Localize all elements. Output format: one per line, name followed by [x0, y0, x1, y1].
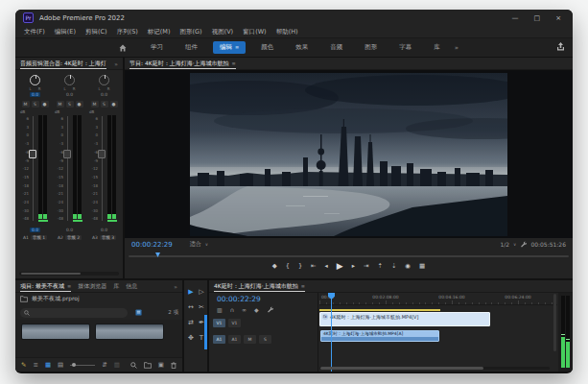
- new-item-button[interactable]: ▣: [158, 361, 164, 369]
- workspace-tab-menu-icon[interactable]: ≡: [235, 44, 239, 50]
- panel-menu-icon[interactable]: ≡: [301, 283, 305, 289]
- tab-editing[interactable]: 编辑≡: [213, 41, 246, 54]
- tab-captions[interactable]: 字幕: [392, 41, 418, 54]
- tab-program-monitor[interactable]: 节目: 4K延时：上海灯海·上海城市航拍 ≡: [129, 58, 236, 69]
- insert-overwrite-settings-button[interactable]: ▥: [217, 306, 223, 313]
- tab-timeline-sequence[interactable]: 4K延时：上海灯海·上海城市航拍 ≡: [214, 280, 305, 292]
- step-back-button[interactable]: ◂: [325, 262, 328, 270]
- fader-handle[interactable]: [63, 150, 71, 158]
- export-frame-button[interactable]: ◉: [405, 262, 411, 270]
- mark-out-button[interactable]: }: [298, 262, 302, 270]
- step-forward-button[interactable]: ▸: [352, 262, 355, 270]
- clear-button[interactable]: [171, 362, 176, 369]
- tab-effects[interactable]: 效果: [289, 41, 315, 54]
- find-button[interactable]: [130, 362, 137, 369]
- menu-sequence[interactable]: 序列(S): [117, 28, 138, 36]
- video-clip[interactable]: fx 4K延时：上海灯海·上海城市航拍.MP4[V]: [319, 312, 490, 326]
- play-button[interactable]: ▶: [337, 261, 343, 271]
- tab-audio-clip-mixer[interactable]: 音频剪辑混合器: 4K延时：上海灯: [20, 58, 106, 69]
- timeline-ruler[interactable]: 00:0000:02:08:0000:04:16:0000:06:24:0000…: [319, 293, 557, 305]
- source-a1-button[interactable]: A1: [213, 335, 225, 344]
- project-item-thumbnail[interactable]: [95, 324, 164, 340]
- timeline-current-time[interactable]: 00:00:22:29: [217, 295, 261, 303]
- pan-knob[interactable]: [64, 75, 75, 85]
- menu-edit[interactable]: 编辑(E): [55, 28, 76, 36]
- type-tool[interactable]: T: [200, 334, 203, 342]
- program-current-time[interactable]: 00:00:22:29: [131, 241, 173, 249]
- maximize-button[interactable]: □: [534, 14, 541, 22]
- quick-export-icon[interactable]: [556, 42, 565, 52]
- pan-value[interactable]: 0.0: [99, 92, 109, 97]
- program-settings-wrench-icon[interactable]: [520, 241, 527, 248]
- fader-handle[interactable]: [98, 150, 106, 158]
- add-marker-button[interactable]: ◆: [254, 306, 259, 313]
- filter-bin-content-icon[interactable]: [135, 309, 142, 316]
- ripple-edit-tool[interactable]: ↔: [188, 303, 194, 311]
- freeform-view-button[interactable]: ▤: [58, 361, 63, 369]
- close-button[interactable]: ×: [555, 14, 561, 22]
- pan-value[interactable]: 0.0: [64, 92, 75, 97]
- solo-track-button[interactable]: S: [259, 335, 271, 344]
- pan-value[interactable]: 0.0: [30, 92, 40, 97]
- mixer-horizontal-scrollbar[interactable]: [19, 272, 119, 276]
- tab-media-browser[interactable]: 媒体浏览器: [78, 280, 106, 292]
- menu-view[interactable]: 视图(V): [212, 28, 234, 36]
- solo-button[interactable]: S: [101, 101, 108, 108]
- slip-tool[interactable]: ⇄: [188, 319, 194, 326]
- tab-project[interactable]: 项目: 最美不夜城≡: [20, 280, 71, 292]
- volume-value[interactable]: 0.0: [30, 228, 40, 232]
- go-to-out-button[interactable]: ⇥: [364, 262, 368, 270]
- mute-button[interactable]: M: [57, 101, 64, 108]
- mark-in-button[interactable]: {: [286, 262, 290, 270]
- project-writable-icon[interactable]: ✎: [21, 361, 26, 369]
- track-select-forward-tool[interactable]: ▷: [199, 288, 203, 296]
- keyframe-button[interactable]: ●: [110, 101, 118, 108]
- new-bin-button[interactable]: [144, 362, 152, 369]
- tab-assembly[interactable]: 组件: [178, 41, 204, 54]
- mute-button[interactable]: M: [22, 101, 30, 108]
- tab-learning[interactable]: 学习: [144, 41, 170, 54]
- automate-to-sequence-button[interactable]: ▥: [114, 361, 120, 369]
- keyframe-button[interactable]: ●: [76, 101, 83, 108]
- linked-selection-button[interactable]: ∞: [242, 306, 247, 313]
- add-marker-button[interactable]: ◆: [272, 262, 277, 270]
- mute-button[interactable]: M: [91, 101, 99, 108]
- menu-window[interactable]: 窗口(W): [243, 28, 267, 36]
- pan-knob[interactable]: [30, 75, 40, 85]
- menu-clip[interactable]: 剪辑(C): [85, 28, 107, 36]
- extract-button[interactable]: ⇣: [391, 262, 396, 270]
- tab-libraries[interactable]: 库: [427, 41, 447, 54]
- menu-help[interactable]: 帮助(H): [276, 28, 298, 36]
- home-icon[interactable]: [119, 44, 127, 52]
- minimize-button[interactable]: —: [512, 14, 519, 22]
- search-input[interactable]: [33, 310, 119, 316]
- slider-knob[interactable]: [72, 363, 76, 367]
- hand-tool[interactable]: ✥: [188, 334, 194, 342]
- list-view-button[interactable]: ≡: [33, 361, 37, 369]
- tab-audio[interactable]: 音频: [323, 41, 349, 54]
- razor-tool[interactable]: ✂: [199, 303, 204, 311]
- project-item-thumbnail[interactable]: [21, 324, 90, 340]
- comparison-view-button[interactable]: ▦: [419, 262, 425, 270]
- go-to-in-button[interactable]: ⇤: [311, 262, 316, 270]
- timeline-settings-button[interactable]: [267, 306, 273, 313]
- selection-tool[interactable]: ▶: [188, 288, 193, 296]
- volume-value[interactable]: 0.0: [64, 228, 75, 232]
- workspace-overflow[interactable]: »: [455, 44, 459, 52]
- audio-clip[interactable]: 4K延时：上海灯海·上海城市航拍.MP4[A]: [320, 330, 439, 342]
- keyframe-button[interactable]: ●: [41, 101, 49, 108]
- timeline-horizontal-scrollbar[interactable]: [319, 367, 550, 370]
- solo-button[interactable]: S: [32, 101, 39, 108]
- volume-value[interactable]: 0.0: [99, 228, 109, 232]
- target-v1-button[interactable]: V1: [228, 319, 241, 327]
- zoom-slider[interactable]: [70, 365, 95, 366]
- target-a1-button[interactable]: A1: [228, 335, 241, 344]
- menu-file[interactable]: 文件(F): [24, 28, 45, 36]
- fit-dropdown[interactable]: 适合: [190, 240, 201, 249]
- playback-resolution-dropdown[interactable]: 1/2: [500, 241, 509, 248]
- timeline-playhead[interactable]: [331, 293, 332, 372]
- snap-button[interactable]: ∩: [230, 306, 234, 313]
- solo-button[interactable]: S: [66, 101, 74, 108]
- panel-menu-icon[interactable]: ≡: [67, 283, 71, 289]
- tab-graphics[interactable]: 图形: [358, 41, 384, 54]
